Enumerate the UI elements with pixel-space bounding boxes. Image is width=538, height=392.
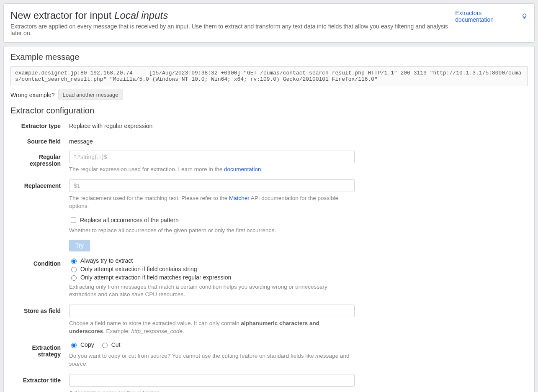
replacement-help-pre: The replacement used for the matching te… bbox=[69, 195, 229, 201]
strategy-help-mid: and bbox=[338, 353, 349, 359]
replace-all-checkbox[interactable] bbox=[71, 218, 76, 223]
regex-help: The regular expression used for extracti… bbox=[69, 166, 355, 174]
page-title-input-name: Local inputs bbox=[114, 10, 168, 21]
store-label: Store as field bbox=[10, 305, 69, 336]
example-heading: Example message bbox=[10, 52, 528, 62]
strategy-radio-copy[interactable] bbox=[71, 343, 77, 348]
documentation-link[interactable]: Extractors documentation bbox=[455, 10, 528, 23]
replace-all-help: Whether to replace all occurrences of th… bbox=[69, 227, 355, 235]
condition-opt1-label: Always try to extract bbox=[80, 257, 133, 264]
replacement-help: The replacement used for the matching te… bbox=[69, 195, 355, 210]
matcher-link[interactable]: Matcher bbox=[229, 195, 250, 201]
strategy-cut-label: Cut bbox=[111, 341, 121, 348]
condition-opt3-label: Only attempt extraction if field matches… bbox=[80, 274, 231, 281]
condition-radio-always[interactable] bbox=[71, 259, 77, 264]
replacement-input[interactable] bbox=[69, 179, 355, 192]
extractor-type-value: Replace with regular expression bbox=[69, 120, 355, 129]
try-button[interactable]: Try bbox=[69, 240, 90, 251]
page-title: New extractor for input Local inputs bbox=[10, 10, 455, 21]
regex-label: Regular expression bbox=[10, 151, 69, 174]
page-title-prefix: New extractor for input bbox=[10, 10, 114, 21]
strategy-help: Do you want to copy or cut from source? … bbox=[69, 352, 355, 368]
replacement-label: Replacement bbox=[10, 179, 69, 210]
strategy-radio-cut[interactable] bbox=[102, 343, 108, 348]
store-help-pre: Choose a field name to store the extract… bbox=[69, 320, 241, 326]
condition-label: Condition bbox=[10, 257, 69, 299]
store-help-post: . Example: bbox=[103, 328, 131, 334]
strategy-help-em1: message bbox=[315, 353, 338, 359]
load-another-message-button[interactable]: Load another message bbox=[58, 90, 123, 100]
title-help: A descriptive name for this extractor. bbox=[69, 389, 355, 392]
condition-opt2-label: Only attempt extraction if field contain… bbox=[80, 266, 197, 272]
main-panel: Example message example.designet.jp:80 1… bbox=[3, 46, 535, 392]
source-field-value: message bbox=[69, 135, 355, 145]
regex-input[interactable] bbox=[69, 151, 355, 163]
condition-radio-regex[interactable] bbox=[71, 275, 77, 281]
documentation-link-label: Extractors documentation bbox=[455, 10, 519, 23]
page-header-panel: New extractor for input Local inputs Ext… bbox=[3, 3, 535, 43]
title-label: Extractor title bbox=[10, 374, 69, 392]
condition-radio-contains[interactable] bbox=[71, 267, 77, 272]
condition-help: Extracting only from messages that match… bbox=[69, 283, 355, 299]
extractor-title-input[interactable] bbox=[69, 374, 355, 387]
replace-all-label: Replace all occurrences of the pattern bbox=[80, 217, 179, 223]
regex-help-text: The regular expression used for extracti… bbox=[69, 166, 224, 172]
strategy-help-em2: source bbox=[69, 361, 86, 367]
lightbulb-icon bbox=[521, 13, 528, 20]
store-field-input[interactable] bbox=[69, 305, 355, 317]
page-subtitle: Extractors are applied on every message … bbox=[10, 23, 455, 36]
strategy-label: Extraction strategy bbox=[10, 341, 69, 368]
store-help: Choose a field name to store the extract… bbox=[69, 320, 355, 336]
wrong-example-label: Wrong example? bbox=[10, 92, 55, 98]
config-heading: Extractor configuration bbox=[10, 106, 528, 115]
extractor-type-label: Extractor type bbox=[10, 120, 69, 129]
example-message-box: example.designet.jp:80 192.168.20.74 - -… bbox=[10, 66, 528, 86]
strategy-copy-label: Copy bbox=[80, 341, 94, 348]
source-field-label: Source field bbox=[10, 135, 69, 145]
store-help-em: http_response_code bbox=[131, 328, 183, 334]
strategy-help-pre: Do you want to copy or cut from source? … bbox=[69, 353, 315, 359]
regex-doc-link[interactable]: documentation bbox=[224, 166, 261, 172]
